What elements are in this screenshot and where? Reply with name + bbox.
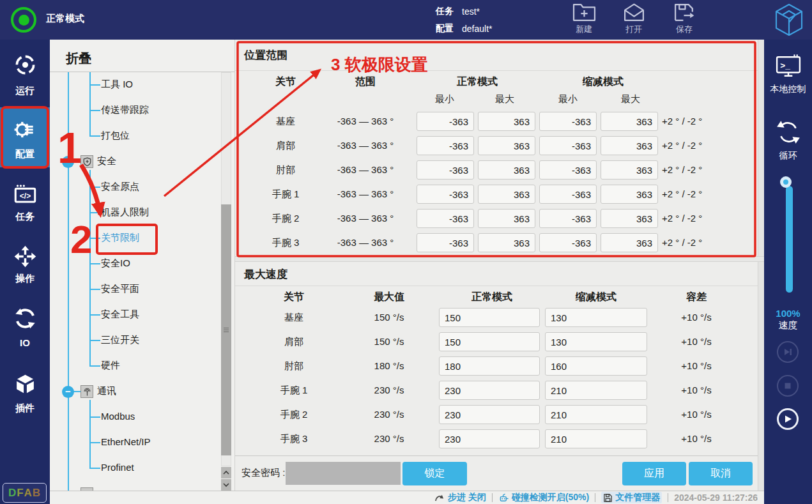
- nav-item-config[interactable]: 配置: [0, 107, 50, 167]
- pos-input-normal-max[interactable]: [478, 160, 535, 179]
- brand-logo-icon: [773, 3, 805, 39]
- tree-item-safety-plane[interactable]: 安全平面: [101, 283, 139, 295]
- save-file-button[interactable]: 保存: [666, 3, 702, 35]
- tree-item-profinet[interactable]: Profinet: [101, 462, 134, 473]
- tree-item-communication[interactable]: 通讯: [97, 385, 116, 397]
- play-button[interactable]: [777, 408, 799, 430]
- open-file-button[interactable]: 打开: [616, 3, 652, 35]
- nav-item-io[interactable]: IO: [0, 302, 50, 354]
- tree-item-joint-limits[interactable]: 关节限制: [101, 232, 139, 244]
- pos-input-normal-min[interactable]: [417, 233, 474, 252]
- tree-collapse-button[interactable]: 折叠: [66, 50, 91, 67]
- pos-input-reduced-max[interactable]: [601, 112, 658, 131]
- new-file-button[interactable]: 新建: [566, 3, 602, 35]
- tree-item-pack-position[interactable]: 打包位: [101, 130, 130, 142]
- pos-input-normal-min[interactable]: [417, 209, 474, 228]
- spd-input-reduced[interactable]: [545, 405, 647, 424]
- tree-item-ethernet-ip[interactable]: EtherNet/IP: [101, 436, 151, 447]
- tree-item-safety-io[interactable]: 安全IO: [101, 257, 130, 270]
- speed-section-title: 最大速度: [244, 267, 287, 282]
- tree-item-conveyor-tracking[interactable]: 传送带跟踪: [101, 104, 149, 116]
- pos-input-normal-max[interactable]: [478, 112, 535, 131]
- loop-icon: [775, 119, 802, 146]
- tree-item-hardware[interactable]: 硬件: [101, 360, 120, 372]
- spd-tolerance: +10 °/s: [681, 385, 711, 395]
- loop-button[interactable]: 循环: [764, 119, 812, 162]
- tree-node-toggle-safety[interactable]: −: [62, 156, 74, 168]
- safety-password-input[interactable]: [286, 462, 401, 485]
- spd-input-reduced[interactable]: [545, 381, 647, 400]
- pos-input-reduced-min[interactable]: [539, 185, 597, 204]
- tree-item-robot-limits[interactable]: 机器人限制: [101, 206, 149, 218]
- pos-col-reduced-max: 最大: [621, 93, 640, 105]
- skip-icon: [783, 347, 793, 357]
- spd-input-normal[interactable]: [439, 381, 540, 400]
- step-status[interactable]: 步进 关闭: [434, 492, 486, 503]
- pos-input-normal-min[interactable]: [417, 185, 474, 204]
- plugin-nav-icon: [0, 372, 50, 396]
- pos-input-reduced-min[interactable]: [539, 233, 597, 252]
- tree-scroll-down-button[interactable]: [221, 479, 231, 491]
- tree-item-safety[interactable]: 安全: [97, 155, 116, 167]
- tree-item-safety-tool[interactable]: 安全工具: [101, 309, 139, 321]
- spd-input-normal[interactable]: [439, 332, 540, 351]
- tree-item-three-position-switch[interactable]: 三位开关: [101, 334, 139, 346]
- tree-scrollbar-thumb[interactable]: [221, 204, 231, 455]
- local-control-button[interactable]: >_ 本地控制: [764, 54, 812, 95]
- spd-input-reduced[interactable]: [545, 356, 647, 376]
- file-manager-button[interactable]: 文件管理器: [601, 492, 662, 503]
- pos-input-normal-max[interactable]: [478, 136, 535, 155]
- pos-input-normal-max[interactable]: [478, 209, 535, 228]
- tree-connector-line: [89, 314, 100, 316]
- svg-text:>_: >_: [780, 61, 790, 70]
- lock-button[interactable]: 锁定: [402, 462, 467, 485]
- stop-button[interactable]: [777, 375, 799, 397]
- pos-input-reduced-max[interactable]: [601, 209, 658, 228]
- spd-col-max: 最大值: [374, 291, 404, 304]
- pos-input-normal-max[interactable]: [478, 185, 535, 204]
- nav-item-run[interactable]: 运行: [0, 49, 50, 102]
- green-dot-icon: [19, 15, 29, 26]
- config-tree-panel: 折叠 工具 IO传送带跟踪打包位−安全安全原点机器人限制关节限制安全IO安全平面…: [50, 40, 235, 491]
- pos-input-normal-max[interactable]: [478, 233, 535, 252]
- pos-input-reduced-min[interactable]: [539, 209, 597, 228]
- config-value: default*: [462, 24, 492, 34]
- nav-item-task[interactable]: </>任务: [0, 178, 50, 227]
- pos-input-reduced-max[interactable]: [601, 233, 658, 252]
- pos-input-reduced-max[interactable]: [601, 136, 658, 155]
- pos-col-joint: 关节: [275, 75, 296, 89]
- spd-input-reduced[interactable]: [545, 332, 647, 351]
- tree-item-safety-home[interactable]: 安全原点: [101, 181, 139, 193]
- pos-input-reduced-min[interactable]: [539, 136, 597, 155]
- nav-item-operate[interactable]: 操作: [0, 240, 50, 289]
- spd-joint-label: 手腕 1: [280, 385, 308, 397]
- pos-input-reduced-max[interactable]: [601, 185, 658, 204]
- cancel-button[interactable]: 取消: [689, 462, 753, 485]
- step-forward-button[interactable]: [777, 341, 799, 363]
- pos-input-normal-min[interactable]: [417, 112, 474, 131]
- nav-item-plugin[interactable]: 插件: [0, 367, 50, 419]
- apply-button[interactable]: 应用: [622, 462, 686, 485]
- pos-input-normal-min[interactable]: [417, 136, 474, 155]
- run-nav-icon: [0, 54, 50, 76]
- floppy-icon: [603, 493, 613, 503]
- spd-input-reduced[interactable]: [545, 429, 647, 448]
- spd-max-value: 230 °/s: [374, 385, 404, 395]
- pos-input-reduced-min[interactable]: [539, 160, 597, 179]
- spd-input-normal[interactable]: [439, 429, 540, 448]
- pos-input-normal-min[interactable]: [417, 160, 474, 179]
- speed-slider-thumb[interactable]: [780, 176, 792, 188]
- collision-status[interactable]: 碰撞检测开启(50%): [498, 492, 589, 503]
- pos-input-reduced-min[interactable]: [539, 112, 597, 131]
- tree-item-tool-io[interactable]: 工具 IO: [101, 79, 133, 91]
- spd-input-normal[interactable]: [439, 405, 540, 424]
- pos-col-normal-min: 最小: [435, 93, 454, 105]
- tree-node-toggle-communication[interactable]: −: [62, 386, 74, 398]
- spd-input-reduced[interactable]: [545, 308, 647, 327]
- pos-input-reduced-max[interactable]: [601, 160, 658, 179]
- spd-input-normal[interactable]: [439, 308, 540, 327]
- tree-scroll-up-button[interactable]: [221, 467, 231, 478]
- spd-input-normal[interactable]: [439, 356, 540, 376]
- pos-joint-label: 肘部: [276, 164, 295, 176]
- tree-item-modbus[interactable]: Modbus: [101, 411, 135, 422]
